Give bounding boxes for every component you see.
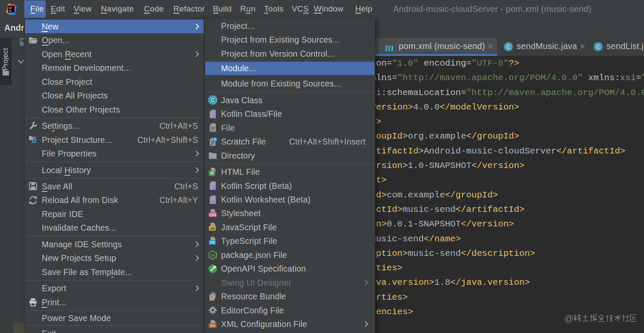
svg-text:JS: JS: [210, 226, 215, 231]
svg-text:C: C: [211, 97, 215, 103]
svg-text:<>: <>: [210, 323, 216, 327]
svg-text:CSS: CSS: [209, 213, 216, 217]
svg-text:IJ: IJ: [9, 6, 12, 9]
svg-text:H: H: [210, 171, 214, 176]
svg-text:JS: JS: [210, 253, 215, 258]
svg-text:TS: TS: [210, 240, 215, 245]
svg-text:@: @: [564, 313, 573, 323]
svg-text:m: m: [385, 42, 394, 53]
